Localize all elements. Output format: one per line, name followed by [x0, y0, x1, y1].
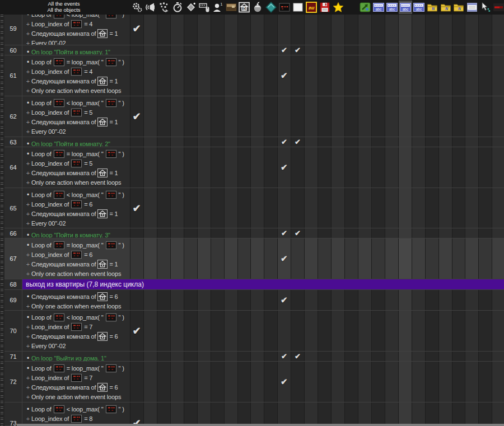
- grid-cell[interactable]: [304, 45, 318, 55]
- grid-cell[interactable]: [358, 352, 371, 361]
- grid-cell[interactable]: [478, 147, 492, 188]
- all-events-button[interactable]: All the events: [0, 1, 128, 7]
- grid-cell[interactable]: [438, 15, 452, 45]
- checkmark[interactable]: ✔: [291, 137, 304, 147]
- grid-cell[interactable]: [237, 311, 251, 351]
- grid-cell[interactable]: [250, 290, 264, 310]
- grid-cell[interactable]: [264, 311, 277, 351]
- grid-cell[interactable]: [143, 45, 157, 55]
- grid-cell[interactable]: [184, 96, 197, 137]
- condition-line[interactable]: +Следующая комната of= 1: [25, 209, 130, 218]
- grid-cell[interactable]: [291, 362, 304, 402]
- grid-cell[interactable]: [157, 238, 170, 279]
- event-number[interactable]: 65: [4, 188, 22, 228]
- grid-cell[interactable]: [478, 238, 492, 279]
- toolbar-object-red-dash[interactable]: [492, 1, 504, 14]
- checkmark[interactable]: ✔: [130, 311, 143, 351]
- grid-cell[interactable]: [425, 238, 438, 279]
- grid-cell[interactable]: [412, 188, 425, 228]
- grid-cell[interactable]: [224, 45, 237, 55]
- grid-cell[interactable]: [157, 45, 170, 55]
- grid-cell[interactable]: [237, 55, 251, 96]
- grid-cell[interactable]: [371, 402, 385, 426]
- grid-cell[interactable]: [130, 362, 143, 402]
- grid-cell[interactable]: [438, 137, 452, 147]
- grid-cell[interactable]: [318, 147, 331, 188]
- grid-cell[interactable]: [318, 311, 331, 351]
- condition-line[interactable]: +Loop_index of= 6: [25, 199, 130, 209]
- grid-cell[interactable]: [170, 352, 184, 361]
- grid-cell[interactable]: [398, 311, 412, 351]
- condition-line[interactable]: •Loop of= loop_max( "" ): [25, 240, 130, 250]
- grid-cell[interactable]: [344, 45, 358, 55]
- grid-cell[interactable]: [385, 147, 398, 188]
- grid-cell[interactable]: [398, 96, 412, 137]
- grid-cell[interactable]: [371, 55, 385, 96]
- condition-line[interactable]: +Loop_index of= 7: [25, 373, 130, 382]
- grid-cell[interactable]: [197, 238, 211, 279]
- grid-cell[interactable]: [438, 96, 452, 137]
- grid-cell[interactable]: [438, 311, 452, 351]
- grid-cell[interactable]: [331, 55, 344, 96]
- grid-cell[interactable]: [412, 45, 425, 55]
- grid-cell[interactable]: [184, 55, 197, 96]
- grid-cell[interactable]: [264, 96, 277, 137]
- grid-cell[interactable]: [143, 238, 157, 279]
- grid-cell[interactable]: [398, 55, 412, 96]
- event-number[interactable]: 70: [4, 311, 22, 351]
- grid-cell[interactable]: [318, 362, 331, 402]
- grid-cell[interactable]: [425, 45, 438, 55]
- grid-cell[interactable]: [143, 402, 157, 426]
- condition-line[interactable]: +Loop_index of= 7: [25, 322, 130, 331]
- grid-cell[interactable]: [224, 188, 237, 228]
- grid-cell[interactable]: [331, 147, 344, 188]
- grid-cell[interactable]: [211, 15, 224, 45]
- grid-cell[interactable]: [371, 147, 385, 188]
- grid-cell[interactable]: [425, 96, 438, 137]
- checkmark[interactable]: ✔: [277, 238, 291, 279]
- grid-cell[interactable]: [170, 362, 184, 402]
- grid-cell[interactable]: [250, 311, 264, 351]
- grid-cell[interactable]: [130, 147, 143, 188]
- grid-cell[interactable]: [170, 55, 184, 96]
- checkmark[interactable]: ✔: [130, 402, 143, 426]
- grid-cell[interactable]: [250, 402, 264, 426]
- grid-cell[interactable]: [492, 188, 504, 228]
- condition-line[interactable]: •Loop of= loop_max( "" ): [25, 57, 130, 67]
- grid-cell[interactable]: [438, 45, 452, 55]
- grid-cell[interactable]: [318, 137, 331, 147]
- checkmark[interactable]: ✔: [291, 45, 304, 55]
- grid-cell[interactable]: [211, 55, 224, 96]
- grid-cell[interactable]: [237, 137, 251, 147]
- grid-cell[interactable]: [224, 55, 237, 96]
- grid-cell[interactable]: [170, 147, 184, 188]
- grid-cell[interactable]: [452, 238, 465, 279]
- toolbar-object-window-list[interactable]: [465, 1, 479, 14]
- grid-cell[interactable]: [331, 362, 344, 402]
- grid-cell[interactable]: [224, 290, 237, 310]
- grid-cell[interactable]: [425, 137, 438, 147]
- grid-cell[interactable]: [331, 402, 344, 426]
- grid-cell[interactable]: [304, 15, 318, 45]
- grid-cell[interactable]: [291, 55, 304, 96]
- condition-line[interactable]: •Loop of< loop_max( "" ): [25, 404, 130, 414]
- grid-cell[interactable]: [331, 45, 344, 55]
- grid-cell[interactable]: [211, 147, 224, 188]
- grid-cell[interactable]: [237, 402, 251, 426]
- condition-line[interactable]: +Only one action when event loops: [25, 392, 130, 401]
- condition-line[interactable]: +Every 00"-02: [25, 341, 130, 350]
- grid-cell[interactable]: [157, 402, 170, 426]
- grid-cell[interactable]: [371, 290, 385, 310]
- grid-cell[interactable]: [211, 96, 224, 137]
- checkmark[interactable]: ✔: [277, 45, 291, 55]
- event-number[interactable]: 69: [4, 290, 22, 310]
- grid-cell[interactable]: [143, 147, 157, 188]
- grid-cell[interactable]: [425, 362, 438, 402]
- grid-cell[interactable]: [291, 238, 304, 279]
- grid-cell[interactable]: [318, 45, 331, 55]
- grid-cell[interactable]: [412, 137, 425, 147]
- grid-cell[interactable]: [250, 352, 264, 361]
- grid-cell[interactable]: [358, 228, 371, 238]
- grid-cell[interactable]: [224, 238, 237, 279]
- grid-cell[interactable]: [412, 55, 425, 96]
